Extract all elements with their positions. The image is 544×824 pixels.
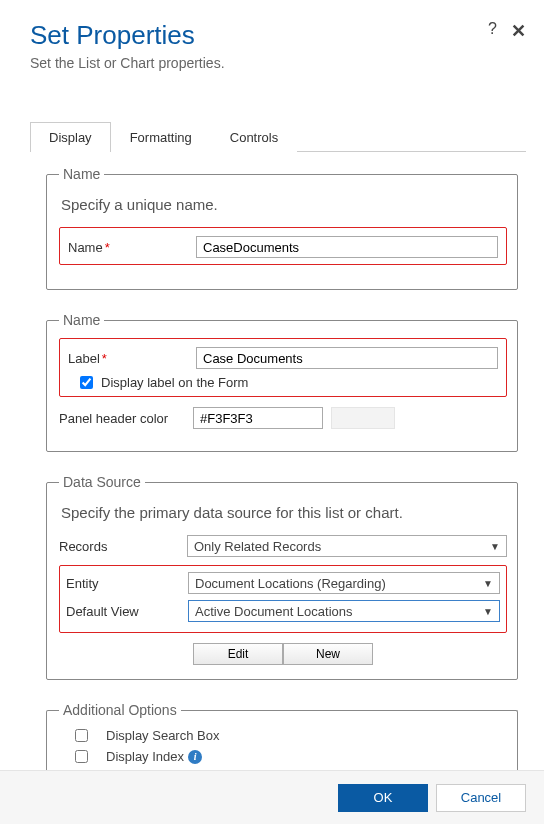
dialog-title: Set Properties [30,20,488,51]
additional-legend: Additional Options [59,702,181,718]
chevron-down-icon: ▼ [483,606,493,617]
name-input[interactable] [196,236,498,258]
datasource-legend: Data Source [59,474,145,490]
records-label: Records [59,539,187,554]
chevron-down-icon: ▼ [483,578,493,589]
datasource-section: Data Source Specify the primary data sou… [46,474,518,680]
label-section-legend: Name [59,312,104,328]
entity-select[interactable]: Document Locations (Regarding)▼ [188,572,500,594]
display-index-label: Display Index [106,749,184,764]
tab-bar: Display Formatting Controls [30,121,526,152]
display-index-checkbox[interactable] [75,750,88,763]
cancel-button[interactable]: Cancel [436,784,526,812]
display-label-text: Display label on the Form [101,375,248,390]
name-label: Name* [68,240,196,255]
display-label-checkbox[interactable] [80,376,93,389]
datasource-helper: Specify the primary data source for this… [61,504,507,521]
help-icon[interactable]: ? [488,20,497,38]
dialog-footer: OK Cancel [0,770,544,824]
entity-label: Entity [66,576,188,591]
name-helper: Specify a unique name. [61,196,507,213]
panel-color-label: Panel header color [59,411,193,426]
label-input[interactable] [196,347,498,369]
info-icon[interactable]: i [188,750,202,764]
dialog-subtitle: Set the List or Chart properties. [30,55,526,71]
label-field-label: Label* [68,351,196,366]
search-box-label: Display Search Box [106,728,219,743]
panel-color-swatch[interactable] [331,407,395,429]
label-section: Name Label* Display label on the Form Pa… [46,312,518,452]
close-icon[interactable]: ✕ [511,20,526,42]
new-button[interactable]: New [283,643,373,665]
search-box-checkbox[interactable] [75,729,88,742]
default-view-label: Default View [66,604,188,619]
ok-button[interactable]: OK [338,784,428,812]
panel-color-input[interactable] [193,407,323,429]
tab-controls[interactable]: Controls [211,122,297,152]
records-select[interactable]: Only Related Records▼ [187,535,507,557]
chevron-down-icon: ▼ [490,541,500,552]
edit-button[interactable]: Edit [193,643,283,665]
tab-display[interactable]: Display [30,122,111,152]
name-section-legend: Name [59,166,104,182]
default-view-select[interactable]: Active Document Locations▼ [188,600,500,622]
name-section: Name Specify a unique name. Name* [46,166,518,290]
tab-formatting[interactable]: Formatting [111,122,211,152]
